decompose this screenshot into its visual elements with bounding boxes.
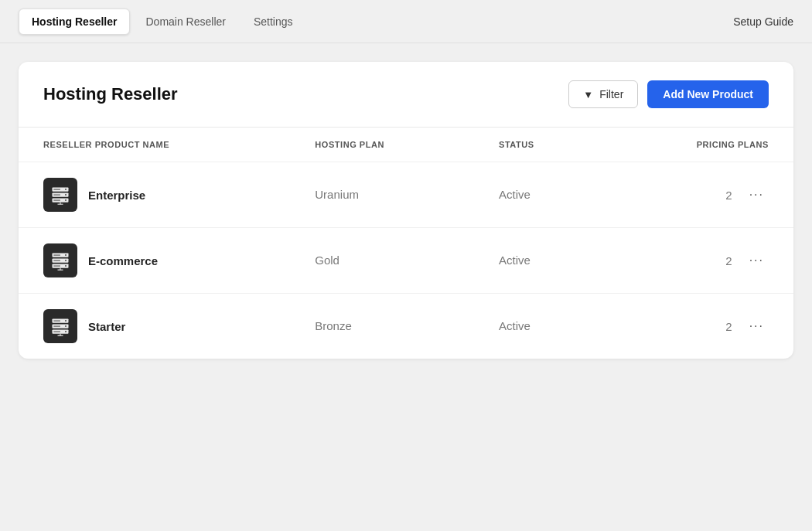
nav-tabs: Hosting Reseller Domain Reseller Setting… xyxy=(19,9,305,35)
pricing-plans-cell-starter: 2 ··· xyxy=(606,294,793,359)
svg-rect-8 xyxy=(53,199,60,201)
product-name-cell-starter: Starter xyxy=(19,294,290,359)
hosting-plan-ecommerce: Gold xyxy=(315,254,339,267)
svg-point-16 xyxy=(65,265,67,267)
product-name-ecommerce: E-commerce xyxy=(88,254,158,267)
top-nav: Hosting Reseller Domain Reseller Setting… xyxy=(0,0,812,43)
svg-rect-19 xyxy=(53,265,60,267)
more-options-button-starter[interactable]: ··· xyxy=(745,316,769,336)
svg-point-25 xyxy=(65,320,67,322)
svg-point-4 xyxy=(65,194,67,196)
status-enterprise: Active xyxy=(499,188,531,201)
status-ecommerce: Active xyxy=(499,254,531,267)
status-starter: Active xyxy=(499,319,531,332)
nav-tab-settings[interactable]: Settings xyxy=(241,9,305,34)
svg-point-26 xyxy=(65,325,67,327)
hosting-plan-enterprise: Uranium xyxy=(315,188,359,201)
svg-point-3 xyxy=(65,189,67,190)
more-options-button-ecommerce[interactable]: ··· xyxy=(745,250,769,271)
card-title: Hosting Reseller xyxy=(43,84,178,104)
hosting-plan-cell-ecommerce: Gold xyxy=(290,228,474,294)
svg-rect-29 xyxy=(53,325,60,327)
product-name-starter: Starter xyxy=(88,320,125,333)
svg-point-27 xyxy=(65,331,67,332)
status-cell-enterprise: Active xyxy=(474,162,606,228)
filter-icon: ▼ xyxy=(583,89,593,100)
col-header-pricing: PRICING PLANS xyxy=(606,128,793,162)
setup-guide-link[interactable]: Setup Guide xyxy=(733,15,793,28)
main-content: Hosting Reseller ▼ Filter Add New Produc… xyxy=(0,43,812,531)
svg-point-14 xyxy=(65,254,67,256)
svg-rect-30 xyxy=(53,331,60,332)
product-table: RESELLER PRODUCT NAME HOSTING PLAN STATU… xyxy=(19,128,793,359)
add-new-product-button[interactable]: Add New Product xyxy=(647,80,769,108)
pricing-plans-cell-enterprise: 2 ··· xyxy=(606,162,793,228)
svg-rect-6 xyxy=(53,189,60,190)
more-options-button-enterprise[interactable]: ··· xyxy=(745,185,769,205)
svg-rect-7 xyxy=(53,194,60,196)
product-name-cell-ecommerce: E-commerce xyxy=(19,228,290,294)
pricing-count-ecommerce: 2 xyxy=(725,254,732,267)
filter-label: Filter xyxy=(599,88,623,100)
pricing-count-enterprise: 2 xyxy=(725,189,732,202)
filter-button[interactable]: ▼ Filter xyxy=(568,80,638,108)
table-row: Enterprise Uranium Active 2 ··· xyxy=(19,162,793,228)
hosting-plan-cell-starter: Bronze xyxy=(290,294,474,359)
table-row: Starter Bronze Active 2 ··· xyxy=(19,294,793,359)
hosting-plan-starter: Bronze xyxy=(315,319,352,332)
status-cell-starter: Active xyxy=(474,294,606,359)
col-header-plan: HOSTING PLAN xyxy=(290,128,474,162)
pricing-plans-cell-ecommerce: 2 ··· xyxy=(606,228,793,294)
card-header: Hosting Reseller ▼ Filter Add New Produc… xyxy=(19,62,793,128)
svg-rect-18 xyxy=(53,260,60,261)
hosting-plan-cell-enterprise: Uranium xyxy=(290,162,474,228)
card-header-actions: ▼ Filter Add New Product xyxy=(568,80,769,108)
col-header-status: STATUS xyxy=(474,128,606,162)
col-header-name: RESELLER PRODUCT NAME xyxy=(19,128,290,162)
nav-tab-hosting-reseller[interactable]: Hosting Reseller xyxy=(19,9,130,35)
product-name-enterprise: Enterprise xyxy=(88,189,145,202)
svg-point-5 xyxy=(65,199,67,201)
product-name-cell-enterprise: Enterprise xyxy=(19,162,290,228)
svg-rect-17 xyxy=(53,254,60,256)
table-row: E-commerce Gold Active 2 ··· xyxy=(19,228,793,294)
product-icon-enterprise xyxy=(43,178,77,212)
nav-tab-domain-reseller[interactable]: Domain Reseller xyxy=(133,9,237,34)
product-icon-ecommerce xyxy=(43,243,77,277)
svg-point-15 xyxy=(65,260,67,261)
product-icon-starter xyxy=(43,309,77,343)
pricing-count-starter: 2 xyxy=(725,320,732,333)
status-cell-ecommerce: Active xyxy=(474,228,606,294)
table-header-row: RESELLER PRODUCT NAME HOSTING PLAN STATU… xyxy=(19,128,793,162)
hosting-reseller-card: Hosting Reseller ▼ Filter Add New Produc… xyxy=(19,62,793,359)
svg-rect-28 xyxy=(53,320,60,322)
